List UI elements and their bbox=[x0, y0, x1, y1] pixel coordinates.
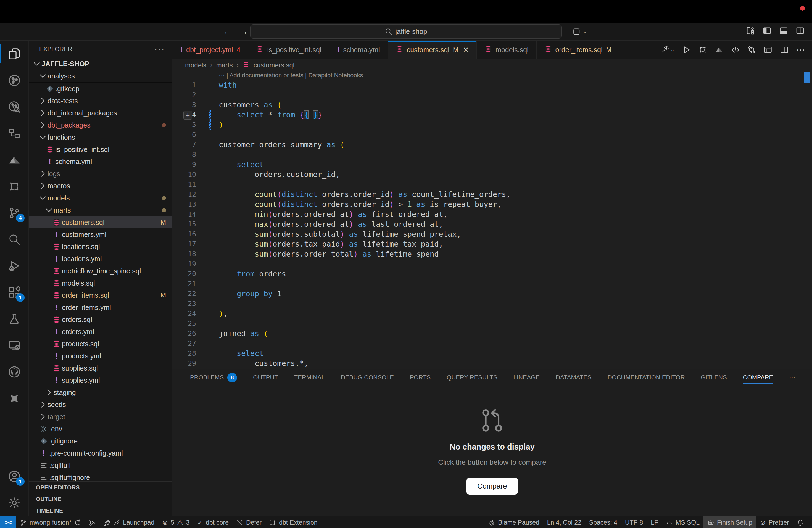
code-line-28[interactable]: 28 select bbox=[172, 349, 812, 358]
tree-item-analyses[interactable]: analyses bbox=[29, 70, 172, 83]
breadcrumb-item[interactable]: marts bbox=[216, 61, 233, 69]
toggle-secondary-sidebar-button[interactable] bbox=[796, 27, 804, 37]
tree-item-.gitkeep[interactable]: .gitkeep bbox=[29, 83, 172, 95]
tree-item-staging[interactable]: staging bbox=[29, 386, 172, 398]
prettier-status[interactable]: ⊘Prettier bbox=[756, 516, 793, 528]
code-line-21[interactable]: 21 bbox=[172, 279, 812, 289]
activity-run-and-debug[interactable] bbox=[0, 253, 28, 279]
code-line-20[interactable]: 20 from orders bbox=[172, 269, 812, 279]
breadcrumb[interactable]: models›marts›customers.sql bbox=[172, 59, 812, 71]
code-line-22[interactable]: 22 group by 1 bbox=[172, 289, 812, 299]
code-editor[interactable]: ··· | Add documentation or tests | Datap… bbox=[172, 71, 812, 369]
panel-tab-debug-console[interactable]: DEBUG CONSOLE bbox=[341, 369, 394, 386]
git-compare-button[interactable] bbox=[748, 46, 756, 54]
panel-tab-lineage[interactable]: LINEAGE bbox=[513, 369, 540, 386]
code-line-8[interactable]: 8 bbox=[172, 150, 812, 160]
blame-status[interactable]: Blame Paused bbox=[484, 516, 543, 528]
tree-item-dbt_internal_packages[interactable]: dbt_internal_packages bbox=[29, 107, 172, 119]
tree-item-models.sql[interactable]: models.sql bbox=[29, 277, 172, 289]
tree-item-data-tests[interactable]: data-tests bbox=[29, 95, 172, 107]
code-line-5[interactable]: 5) bbox=[172, 120, 812, 130]
compare-button[interactable]: Compare bbox=[466, 478, 518, 495]
tree-item-logs[interactable]: logs bbox=[29, 167, 172, 180]
activity-extensions[interactable]: 1 bbox=[0, 279, 28, 306]
tree-item-is_positive_int.sql[interactable]: is_positive_int.sql bbox=[29, 143, 172, 156]
code-line-15[interactable]: 15 max(orders.ordered_at) as last_ordere… bbox=[172, 219, 812, 229]
tree-item-seeds[interactable]: seeds bbox=[29, 398, 172, 411]
execute-query-button[interactable] bbox=[682, 46, 691, 54]
code-line-2[interactable]: 2 bbox=[172, 90, 812, 100]
defer-status[interactable]: Defer bbox=[233, 516, 265, 528]
code-line-7[interactable]: 7customer_orders_summary as ( bbox=[172, 140, 812, 150]
code-line-11[interactable]: 11 bbox=[172, 179, 812, 189]
panel-tab-query-results[interactable]: QUERY RESULTS bbox=[447, 369, 497, 386]
activity-dbt-query[interactable] bbox=[0, 93, 28, 120]
tree-item-functions[interactable]: functions bbox=[29, 131, 172, 143]
tree-item-orders.sql[interactable]: orders.sql bbox=[29, 313, 172, 326]
git-branch-status[interactable]: mwong-fusion* bbox=[16, 516, 85, 528]
pipeline-status[interactable] bbox=[85, 516, 100, 528]
problems-status[interactable]: ⊗5⚠3 bbox=[158, 516, 193, 528]
code-line-4[interactable]: +4 select * from {{ }} bbox=[172, 110, 812, 120]
panel-tab-datamates[interactable]: DATAMATES bbox=[556, 369, 592, 386]
eol-status[interactable]: LF bbox=[647, 516, 662, 528]
tree-item-macros[interactable]: macros bbox=[29, 180, 172, 192]
tree-item-supplies.yml[interactable]: !supplies.yml bbox=[29, 374, 172, 386]
activity-datapilot[interactable] bbox=[0, 147, 28, 173]
tree-item-.env[interactable]: .env bbox=[29, 423, 172, 435]
split-editor-button[interactable] bbox=[780, 46, 788, 54]
activity-github[interactable] bbox=[0, 359, 28, 385]
dbt-power-user-button[interactable] bbox=[698, 46, 707, 54]
tree-item-products.yml[interactable]: !products.yml bbox=[29, 350, 172, 362]
tree-item-customers.yml[interactable]: !customers.yml bbox=[29, 229, 172, 240]
launchpad-status[interactable]: Launchpad bbox=[100, 516, 158, 528]
tree-item-order_items.yml[interactable]: !order_items.yml bbox=[29, 301, 172, 313]
code-line-9[interactable]: 9 select bbox=[172, 160, 812, 170]
activity-settings[interactable] bbox=[0, 489, 28, 516]
code-line-26[interactable]: 26joined as ( bbox=[172, 328, 812, 339]
tab-models.sql[interactable]: models.sql bbox=[477, 41, 537, 59]
section-timeline[interactable]: TIMELINE bbox=[29, 504, 172, 516]
activity-explorer[interactable] bbox=[0, 41, 28, 67]
section-outline[interactable]: OUTLINE bbox=[29, 493, 172, 504]
tree-item-target[interactable]: target bbox=[29, 411, 172, 423]
activity-dbt-power-user[interactable] bbox=[0, 173, 28, 200]
toggle-panel-button[interactable] bbox=[779, 27, 788, 37]
remote-indicator[interactable]: >< bbox=[0, 516, 16, 528]
code-line-23[interactable]: 23 bbox=[172, 299, 812, 309]
code-line-25[interactable]: 25 bbox=[172, 319, 812, 328]
tree-item-locations.yml[interactable]: !locations.yml bbox=[29, 253, 172, 265]
activity-source-control[interactable]: 4 bbox=[0, 200, 28, 226]
encoding-status[interactable]: UTF-8 bbox=[621, 516, 647, 528]
activity-flowchart[interactable] bbox=[0, 120, 28, 147]
tree-item-locations.sql[interactable]: locations.sql bbox=[29, 240, 172, 253]
code-line-27[interactable]: 27 bbox=[172, 339, 812, 349]
panel-tab-terminal[interactable]: TERMINAL bbox=[294, 369, 325, 386]
more-actions-icon[interactable]: ··· bbox=[155, 44, 165, 54]
activity-dbt-power-user-filled[interactable] bbox=[0, 385, 28, 412]
activity-dbt-lineage[interactable] bbox=[0, 67, 28, 93]
command-center-search[interactable]: jaffle-shop bbox=[250, 24, 562, 39]
code-line-3[interactable]: 3customers as ( bbox=[172, 100, 812, 110]
code-line-29[interactable]: 29 customers.*, bbox=[172, 358, 812, 368]
breadcrumb-item[interactable]: customers.sql bbox=[253, 61, 294, 69]
activity-accounts[interactable]: 1 bbox=[0, 463, 28, 489]
tree-item-orders.yml[interactable]: !orders.yml bbox=[29, 326, 172, 338]
nav-back-button[interactable]: ← bbox=[223, 27, 231, 36]
dbt-extension-status[interactable]: dbt Extension bbox=[265, 516, 321, 528]
more-actions-button[interactable]: ⋯ bbox=[796, 46, 805, 54]
compiled-code-button[interactable] bbox=[731, 46, 740, 54]
tree-item-supplies.sql[interactable]: supplies.sql bbox=[29, 362, 172, 374]
tree-item-.sqlfluffignore[interactable]: .sqlfluffignore bbox=[29, 471, 172, 481]
code-line-6[interactable]: 6 bbox=[172, 130, 812, 140]
code-line-16[interactable]: 16 sum(orders.subtotal) as lifetime_spen… bbox=[172, 229, 812, 239]
breadcrumb-item[interactable]: models bbox=[185, 61, 206, 69]
cursor-position-status[interactable]: Ln 4, Col 22 bbox=[543, 516, 585, 528]
notifications-status[interactable] bbox=[793, 516, 808, 528]
query-results-button[interactable] bbox=[764, 46, 772, 54]
code-line-19[interactable]: 19 bbox=[172, 259, 812, 269]
code-line-14[interactable]: 14 min(orders.ordered_at) as first_order… bbox=[172, 209, 812, 219]
panel-tab-ports[interactable]: PORTS bbox=[410, 369, 431, 386]
tree-item-order_items.sql[interactable]: order_items.sqlM bbox=[29, 289, 172, 301]
copilot-button[interactable]: ⌄ bbox=[573, 23, 587, 40]
